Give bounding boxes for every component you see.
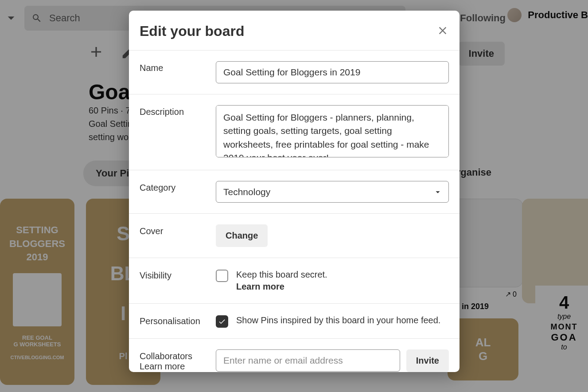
check-icon [218, 318, 226, 325]
secret-checkbox[interactable] [216, 270, 228, 282]
close-button[interactable] [436, 24, 449, 39]
personalisation-text: Show Pins inspired by this board in your… [236, 314, 440, 326]
cover-label: Cover [140, 224, 216, 247]
collaborator-invite-button[interactable]: Invite [406, 349, 449, 372]
personalisation-checkbox[interactable] [216, 315, 228, 328]
name-label: Name [140, 61, 216, 83]
board-description-input[interactable]: Goal Setting for Bloggers - planners, pl… [216, 105, 449, 157]
change-cover-button[interactable]: Change [216, 224, 268, 247]
collaborator-input[interactable] [216, 349, 400, 372]
visibility-text: Keep this board secret. [236, 270, 327, 279]
board-name-input[interactable] [216, 61, 449, 83]
description-label: Description [140, 105, 216, 159]
personalisation-label: Personalisation [140, 314, 216, 328]
edit-board-modal: Edit your board Name Description Goal Se… [129, 11, 459, 372]
category-label: Category [140, 181, 216, 203]
modal-title: Edit your board [140, 23, 244, 39]
collaborators-learn-more[interactable]: Learn more [140, 361, 185, 371]
visibility-label: Visibility [140, 269, 216, 293]
visibility-learn-more[interactable]: Learn more [236, 282, 284, 291]
close-icon [436, 24, 449, 37]
collaborators-label: Collaborators [140, 351, 192, 361]
category-select[interactable]: Technology [216, 181, 449, 203]
